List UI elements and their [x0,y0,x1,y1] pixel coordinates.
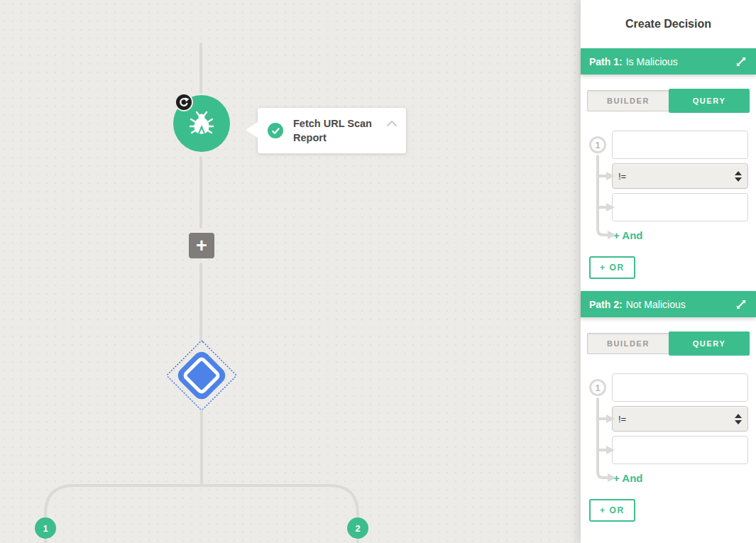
condition-value-input[interactable] [612,193,748,221]
path-1-condition-group: 1 != [587,131,748,243]
path-1-tabs: BUILDER QUERY [587,89,750,113]
branch-node-2[interactable]: 2 [347,517,368,539]
tab-query[interactable]: QUERY [669,89,750,113]
tab-builder[interactable]: BUILDER [587,333,669,354]
add-step-button[interactable]: + [189,233,214,258]
workflow-canvas[interactable]: Fetch URL Scan Report + [0,0,581,543]
chevron-up-icon[interactable] [386,118,398,131]
path-label: Path 2: [589,299,623,310]
path-1-header[interactable]: Path 1: Is Malicious [581,48,756,75]
add-or-condition-button[interactable]: + OR [589,256,635,279]
condition-group-number: 1 [589,379,606,396]
workflow-builder-app: Fetch URL Scan Report + [0,0,756,543]
path-2-tabs: BUILDER QUERY [587,331,750,356]
connector-line [199,43,202,94]
add-or-condition-button[interactable]: + OR [589,499,635,522]
path-2-header[interactable]: Path 2: Not Malicious [581,291,756,317]
tab-query[interactable]: QUERY [669,331,750,356]
refresh-icon [178,97,190,108]
check-icon [271,126,280,136]
path-1-section: Path 1: Is Malicious BUILDER QUERY 1 [581,48,756,279]
plus-icon: + [196,236,207,256]
success-status-badge [268,123,283,138]
path-name: Is Malicious [626,56,678,67]
expand-arrows-icon[interactable] [735,298,747,311]
path-2-condition-group: 1 != [587,373,748,486]
connector-line [199,263,202,342]
select-spinner-icon [735,414,742,424]
select-spinner-icon [735,171,742,182]
create-decision-panel: Create Decision Path 1: Is Malicious BUI… [581,0,756,543]
step-card[interactable]: Fetch URL Scan Report [258,108,406,153]
step-card-title: Fetch URL Scan Report [293,116,384,145]
path-name: Not Malicious [626,299,686,310]
add-and-condition-link[interactable]: + And [613,227,748,243]
condition-value-input[interactable] [612,436,748,464]
decision-node[interactable] [175,349,229,402]
card-pointer [246,122,258,138]
panel-title: Create Decision [581,0,756,48]
branch-node-number: 1 [43,523,48,534]
add-and-condition-link[interactable]: + And [613,470,748,486]
branch-node-1[interactable]: 1 [35,517,56,539]
condition-operator-select[interactable]: != [612,406,748,432]
tab-builder[interactable]: BUILDER [587,90,669,111]
bug-icon [189,111,214,136]
condition-field-input[interactable] [612,131,748,159]
branch-node-number: 2 [355,523,360,534]
connector-line [199,156,202,229]
path-2-section: Path 2: Not Malicious BUILDER QUERY 1 [581,291,756,522]
condition-group-number: 1 [589,136,606,153]
condition-operator-select[interactable]: != [612,163,748,189]
path-label: Path 1: [589,56,623,67]
retry-badge[interactable] [175,93,193,111]
branch-connector [0,405,581,543]
expand-arrows-icon[interactable] [735,55,747,68]
condition-field-input[interactable] [612,373,748,402]
